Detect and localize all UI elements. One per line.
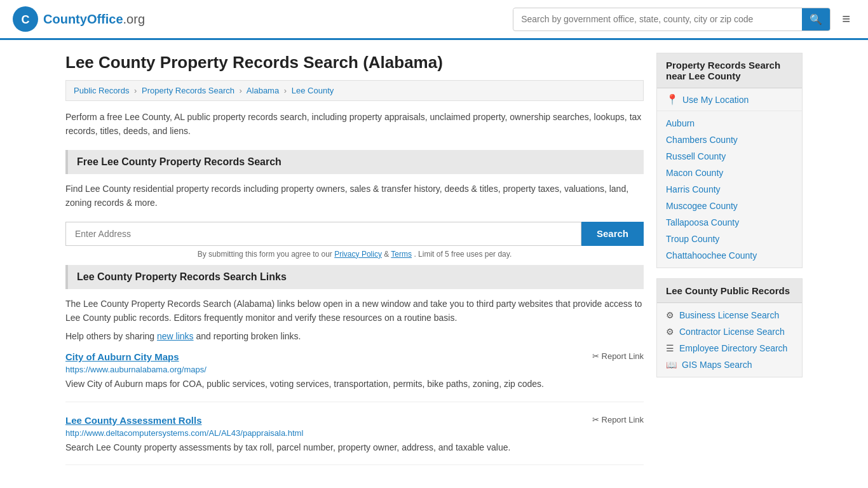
scissors-icon-0: ✂ bbox=[592, 351, 599, 361]
report-link-1[interactable]: ✂ Report Link bbox=[592, 415, 644, 424]
breadcrumb-alabama[interactable]: Alabama bbox=[247, 86, 279, 95]
public-records-list: ⚙ Business License Search ⚙ Contractor L… bbox=[657, 303, 802, 377]
breadcrumb-property-records-search[interactable]: Property Records Search bbox=[142, 86, 234, 95]
address-search-input[interactable] bbox=[65, 222, 581, 246]
header-search-bar: 🔍 bbox=[513, 8, 831, 31]
header-search-button[interactable]: 🔍 bbox=[802, 8, 830, 30]
use-location-row: 📍 Use My Location bbox=[657, 88, 802, 111]
result-desc-0: View City of Auburn maps for COA, public… bbox=[65, 377, 644, 391]
nearby-list: Auburn Chambers County Russell County Ma… bbox=[657, 111, 802, 268]
result-url-1[interactable]: http://www.deltacomputersystems.com/AL/A… bbox=[65, 428, 644, 438]
free-search-description: Find Lee County residential property rec… bbox=[65, 182, 644, 210]
privacy-policy-link[interactable]: Privacy Policy bbox=[334, 250, 382, 259]
sidebar-item-gis-maps: 📖 GIS Maps Search bbox=[657, 356, 802, 373]
logo-area: C CountyOffice.org bbox=[13, 6, 145, 32]
report-link-0[interactable]: ✂ Report Link bbox=[592, 351, 644, 361]
terms-link[interactable]: Terms bbox=[391, 250, 412, 259]
location-pin-icon: 📍 bbox=[666, 93, 679, 105]
sidebar-item-harris: Harris County bbox=[657, 181, 802, 198]
address-search-form: Search By submitting this form you agree… bbox=[65, 222, 644, 259]
breadcrumb-public-records[interactable]: Public Records bbox=[74, 86, 129, 95]
links-section-description: The Lee County Property Records Search (… bbox=[65, 297, 644, 325]
sidebar-item-tallapoosa: Tallapoosa County bbox=[657, 214, 802, 231]
result-item-1: Lee County Assessment Rolls ✂ Report Lin… bbox=[65, 415, 644, 465]
gear-icon-business: ⚙ bbox=[666, 310, 674, 320]
book-icon-gis: 📖 bbox=[666, 360, 677, 370]
sidebar-item-muscogee: Muscogee County bbox=[657, 198, 802, 214]
new-links-link[interactable]: new links bbox=[157, 331, 194, 341]
sidebar-item-macon: Macon County bbox=[657, 165, 802, 181]
header-search-input[interactable] bbox=[513, 9, 802, 29]
sidebar: Property Records Search near Lee County … bbox=[656, 53, 803, 478]
sidebar-item-chambers: Chambers County bbox=[657, 132, 802, 148]
scissors-icon-1: ✂ bbox=[592, 415, 599, 424]
result-desc-1: Search Lee County property assessments b… bbox=[65, 440, 644, 454]
sidebar-item-business-license: ⚙ Business License Search bbox=[657, 307, 802, 323]
breadcrumb: Public Records › Property Records Search… bbox=[65, 80, 644, 101]
logo-text: CountyOffice.org bbox=[43, 12, 145, 27]
links-section-heading: Lee County Property Records Search Links bbox=[65, 265, 644, 289]
main-content: Lee County Property Records Search (Alab… bbox=[65, 53, 644, 478]
site-logo-icon: C bbox=[13, 6, 38, 32]
sidebar-nearby-section: Property Records Search near Lee County … bbox=[656, 53, 803, 268]
free-search-heading: Free Lee County Property Records Search bbox=[65, 150, 644, 174]
sidebar-item-troup: Troup County bbox=[657, 231, 802, 247]
address-search-button[interactable]: Search bbox=[581, 222, 644, 246]
page-title: Lee County Property Records Search (Alab… bbox=[65, 53, 644, 72]
sidebar-item-russell: Russell County bbox=[657, 148, 802, 165]
breadcrumb-lee-county[interactable]: Lee County bbox=[292, 86, 334, 95]
main-container: Lee County Property Records Search (Alab… bbox=[53, 40, 815, 488]
site-header: C CountyOffice.org 🔍 ≡ bbox=[0, 0, 868, 40]
sidebar-item-employee-directory: ☰ Employee Directory Search bbox=[657, 340, 802, 356]
result-url-0[interactable]: https://www.auburnalabama.org/maps/ bbox=[65, 365, 644, 374]
list-icon-employee: ☰ bbox=[666, 343, 674, 353]
page-description: Perform a free Lee County, AL public pro… bbox=[65, 110, 644, 139]
use-my-location-link[interactable]: Use My Location bbox=[682, 95, 749, 105]
gear-icon-contractor: ⚙ bbox=[666, 327, 674, 337]
result-item-0: City of Auburn City Maps ✂ Report Link h… bbox=[65, 351, 644, 402]
sidebar-item-chattahoochee: Chattahoochee County bbox=[657, 247, 802, 264]
hamburger-menu-icon[interactable]: ≡ bbox=[837, 8, 855, 30]
result-title-1[interactable]: Lee County Assessment Rolls bbox=[65, 415, 202, 426]
header-right: 🔍 ≡ bbox=[513, 8, 855, 31]
sidebar-item-contractor-license: ⚙ Contractor License Search bbox=[657, 323, 802, 340]
result-title-0[interactable]: City of Auburn City Maps bbox=[65, 351, 179, 362]
address-search-row: Search bbox=[65, 222, 644, 246]
sidebar-item-auburn: Auburn bbox=[657, 115, 802, 132]
svg-text:C: C bbox=[22, 13, 30, 26]
help-text: Help others by sharing new links and rep… bbox=[65, 331, 644, 341]
form-terms-text: By submitting this form you agree to our… bbox=[65, 250, 644, 259]
sidebar-public-records-heading: Lee County Public Records bbox=[657, 279, 802, 303]
sidebar-public-records-section: Lee County Public Records ⚙ Business Lic… bbox=[656, 278, 803, 377]
sidebar-nearby-heading: Property Records Search near Lee County bbox=[657, 53, 802, 88]
